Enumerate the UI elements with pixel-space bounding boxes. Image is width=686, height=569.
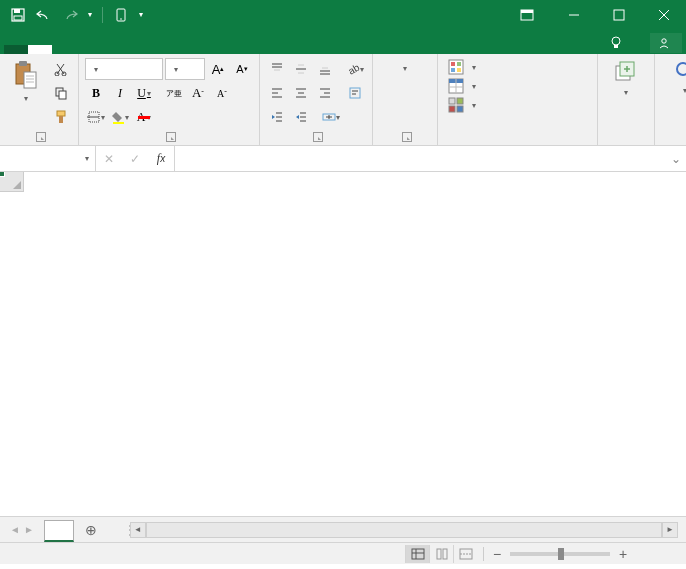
- bold-button[interactable]: B: [85, 82, 107, 104]
- tell-me[interactable]: [602, 32, 634, 54]
- cut-button[interactable]: [50, 58, 72, 80]
- borders-button[interactable]: ▾: [85, 106, 107, 128]
- font-color-button[interactable]: A▾: [133, 106, 155, 128]
- tab-page-layout[interactable]: [76, 45, 100, 54]
- select-all-button[interactable]: [0, 172, 24, 192]
- zoom-thumb[interactable]: [558, 548, 564, 560]
- copy-button[interactable]: [50, 82, 72, 104]
- sheet-tabs-bar: ◄ ► ⊕ ⋮ ◄ ►: [0, 516, 686, 542]
- maximize-button[interactable]: [596, 1, 641, 29]
- status-bar: − +: [0, 542, 686, 564]
- window-controls: [513, 1, 686, 29]
- insert-function-button[interactable]: fx: [148, 146, 174, 171]
- svg-rect-25: [59, 91, 66, 99]
- hscroll-left-button[interactable]: ◄: [130, 522, 146, 538]
- tab-file[interactable]: [4, 45, 28, 54]
- sheet-tab-active[interactable]: [44, 520, 74, 542]
- zoom-out-button[interactable]: −: [490, 546, 504, 562]
- formula-bar: ▾ ✕ ✓ fx ⌄: [0, 146, 686, 172]
- font-dialog[interactable]: [166, 132, 176, 142]
- qat-customize[interactable]: ▾: [84, 4, 96, 26]
- alignment-dialog[interactable]: [313, 132, 323, 142]
- zoom-in-button[interactable]: +: [616, 546, 630, 562]
- expand-formula-bar[interactable]: ⌄: [666, 146, 686, 171]
- svg-rect-79: [437, 549, 441, 559]
- decrease-indent-button[interactable]: [266, 106, 288, 128]
- formula-input[interactable]: [175, 146, 666, 171]
- ribbon-options-button[interactable]: [513, 1, 541, 29]
- tab-view[interactable]: [172, 45, 196, 54]
- orientation-button[interactable]: ab▾: [344, 58, 366, 80]
- conditional-formatting-button[interactable]: ▾: [444, 58, 480, 76]
- font-size-combo[interactable]: ▾: [165, 58, 205, 80]
- italic-button[interactable]: I: [109, 82, 131, 104]
- svg-rect-12: [614, 45, 618, 48]
- sheet-next-button[interactable]: ►: [24, 524, 34, 535]
- format-painter-button[interactable]: [50, 106, 72, 128]
- align-top-button[interactable]: [266, 58, 288, 80]
- tab-formulas[interactable]: [100, 45, 124, 54]
- font-name-combo[interactable]: ▾: [85, 58, 163, 80]
- align-right-button[interactable]: [314, 82, 336, 104]
- touch-mode-button[interactable]: [109, 4, 133, 26]
- cells-button[interactable]: ▾: [604, 58, 648, 99]
- zoom-slider[interactable]: [510, 552, 610, 556]
- phonetic-button[interactable]: ア亜: [163, 82, 185, 104]
- clipboard-dialog[interactable]: [36, 132, 46, 142]
- share-button[interactable]: [650, 33, 682, 53]
- redo-button[interactable]: [58, 4, 82, 26]
- number-dialog[interactable]: [402, 132, 412, 142]
- tab-insert[interactable]: [52, 45, 76, 54]
- group-editing: ▾: [655, 54, 686, 145]
- shrink-font-2[interactable]: Aˇ: [211, 82, 233, 104]
- svg-rect-30: [113, 122, 124, 124]
- view-page-break-button[interactable]: [453, 545, 477, 563]
- spreadsheet-grid: [0, 172, 686, 516]
- lightbulb-icon: [610, 36, 622, 50]
- align-left-button[interactable]: [266, 82, 288, 104]
- align-middle-button[interactable]: [290, 58, 312, 80]
- increase-indent-button[interactable]: [290, 106, 312, 128]
- align-center-button[interactable]: [290, 82, 312, 104]
- paste-button[interactable]: ▾: [6, 58, 46, 105]
- tab-home[interactable]: [28, 45, 52, 54]
- svg-rect-2: [14, 16, 22, 20]
- merge-center-button[interactable]: ▾: [320, 106, 342, 128]
- enter-formula-button[interactable]: ✓: [122, 146, 148, 171]
- minimize-button[interactable]: [551, 1, 596, 29]
- editing-button[interactable]: ▾: [661, 58, 686, 97]
- grow-font-button[interactable]: A▴: [207, 58, 229, 80]
- cell-styles-button[interactable]: ▾: [444, 96, 480, 114]
- cancel-formula-button[interactable]: ✕: [96, 146, 122, 171]
- close-button[interactable]: [641, 1, 686, 29]
- align-bottom-button[interactable]: [314, 58, 336, 80]
- underline-button[interactable]: U▾: [133, 82, 155, 104]
- tab-review[interactable]: [148, 45, 172, 54]
- number-format-button[interactable]: ▾: [379, 58, 431, 75]
- sign-in-button[interactable]: [634, 39, 650, 47]
- view-normal-button[interactable]: [405, 545, 429, 563]
- svg-rect-61: [457, 62, 461, 66]
- ribbon: ▾ ▾ ▾ A▴ A▾ B I U▾: [0, 54, 686, 146]
- tab-data[interactable]: [124, 45, 148, 54]
- fill-color-button[interactable]: ▾: [109, 106, 131, 128]
- name-box[interactable]: ▾: [0, 146, 96, 171]
- sheet-nav: ◄ ►: [0, 524, 44, 535]
- grow-font-2[interactable]: Aˆ: [187, 82, 209, 104]
- qat-customize-2[interactable]: ▾: [135, 4, 147, 26]
- svg-text:ab: ab: [346, 62, 360, 76]
- svg-rect-63: [457, 68, 461, 72]
- hscroll-track[interactable]: [146, 522, 662, 538]
- sheet-prev-button[interactable]: ◄: [10, 524, 20, 535]
- group-number: ▾: [373, 54, 438, 145]
- view-page-layout-button[interactable]: [429, 545, 453, 563]
- format-as-table-button[interactable]: ▾: [444, 77, 480, 95]
- shrink-font-button[interactable]: A▾: [231, 58, 253, 80]
- undo-button[interactable]: [32, 4, 56, 26]
- new-sheet-button[interactable]: ⊕: [78, 519, 104, 541]
- wrap-text-button[interactable]: [344, 82, 366, 104]
- hscroll-right-button[interactable]: ►: [662, 522, 678, 538]
- svg-rect-16: [24, 72, 36, 88]
- save-button[interactable]: [6, 4, 30, 26]
- svg-point-11: [612, 37, 620, 45]
